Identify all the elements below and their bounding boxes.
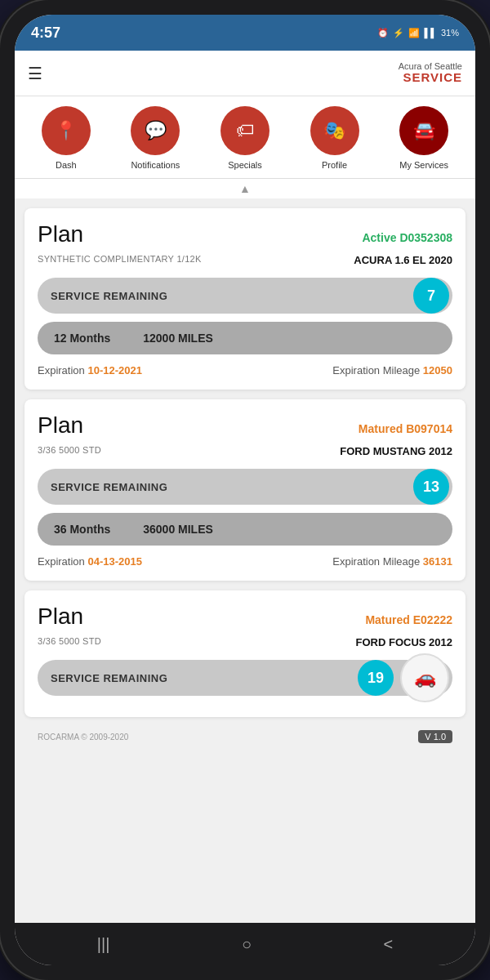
plan-2-service-count: 13 (413, 469, 449, 505)
plan-2-exp-label: Expiration 04-13-2015 (38, 555, 142, 568)
footer-copyright: ROCARMA © 2009-2020 (38, 733, 128, 742)
nav-specials[interactable]: 🏷 Specials (220, 106, 270, 170)
plan-card-2: Plan Matured B097014 3/36 5000 STD FORD … (24, 399, 466, 581)
nav-profile[interactable]: 🎭 Profile (310, 106, 359, 170)
plan-2-duration: 36 Months 36000 MILES (38, 513, 452, 546)
notifications-icon: 💬 (145, 120, 167, 141)
battery-label: 31% (441, 28, 459, 38)
plan-2-service-remaining: SERVICE REMAINING 13 (38, 469, 452, 505)
plan-2-mileage-label: Expiration Mileage 36131 (332, 555, 452, 568)
plan-2-title: Plan (38, 412, 83, 439)
plan-2-months: 36 Months (54, 523, 110, 536)
dash-icon-circle: 📍 (42, 106, 91, 155)
plan-3-title: Plan (38, 604, 83, 630)
alarm-icon: ⏰ (377, 28, 389, 38)
notifications-label: Notifications (131, 160, 180, 170)
status-icons: ⏰ ⚡ 📶 ▌▌ 31% (377, 28, 459, 38)
dash-label: Dash (56, 160, 77, 170)
plan-1-service-remaining: SERVICE REMAINING 7 (38, 278, 452, 314)
profile-icon: 🎭 (323, 120, 345, 141)
myservices-label: My Services (399, 160, 448, 170)
plan-3-vehicle: FORD FOCUS 2012 (356, 636, 452, 648)
plan-3-service-count: 19 (358, 660, 394, 696)
myservices-icon: 🚘 (413, 120, 435, 141)
home-bar: ||| ○ < (15, 923, 475, 965)
plan-2-service-label: SERVICE REMAINING (51, 481, 413, 493)
signal-icon: ▌▌ (424, 28, 437, 38)
dash-icon: 📍 (55, 120, 77, 141)
plan-3-car-icon: 🚗 (400, 653, 449, 702)
nav-icons-bar: 📍 Dash 💬 Notifications 🏷 Specials 🎭 (15, 96, 475, 179)
plan-1-title: Plan (38, 221, 83, 247)
nav-myservices[interactable]: 🚘 My Services (399, 106, 448, 170)
main-content: Plan Active D0352308 SYNTHETIC COMPLIMEN… (15, 198, 475, 923)
plan-2-exp-date: 04-13-2015 (87, 555, 142, 568)
notifications-icon-circle: 💬 (131, 106, 180, 155)
plan-2-vehicle: FORD MUSTANG 2012 (340, 445, 452, 457)
plan-2-miles: 36000 MILES (143, 523, 213, 536)
specials-label: Specials (228, 160, 262, 170)
chevron-up-icon: ▲ (15, 179, 475, 198)
profile-icon-circle: 🎭 (310, 106, 359, 155)
plan-2-type: 3/36 5000 STD (38, 445, 101, 457)
plan-2-exp-mileage: 36131 (423, 555, 452, 568)
plan-card-1-header: Plan Active D0352308 (38, 221, 452, 247)
myservices-icon-circle: 🚘 (399, 106, 448, 155)
footer-version: V 1.0 (418, 730, 452, 743)
phone-screen: 4:57 ⏰ ⚡ 📶 ▌▌ 31% ☰ Acura of Seattle SER… (15, 15, 475, 965)
plan-card-3: Plan Matured E02222 3/36 5000 STD FORD F… (24, 590, 466, 717)
nav-notifications[interactable]: 💬 Notifications (131, 106, 180, 170)
plan-3-service-remaining: SERVICE REMAINING 19 🚗 (38, 660, 452, 696)
plan-3-subtitle: 3/36 5000 STD FORD FOCUS 2012 (38, 636, 452, 648)
plan-1-duration: 12 Months 12000 MILES (38, 322, 452, 354)
status-time: 4:57 (31, 24, 60, 42)
home-button[interactable]: ○ (242, 935, 252, 954)
plan-3-status: Matured E02222 (365, 613, 452, 626)
plan-2-expiration: Expiration 04-13-2015 Expiration Mileage… (38, 555, 452, 568)
nav-dash[interactable]: 📍 Dash (42, 106, 91, 170)
plan-1-miles: 12000 MILES (143, 332, 213, 345)
phone-device: 4:57 ⏰ ⚡ 📶 ▌▌ 31% ☰ Acura of Seattle SER… (0, 0, 490, 980)
bluetooth-icon: ⚡ (393, 28, 404, 38)
plan-1-expiration: Expiration 10-12-2021 Expiration Mileage… (38, 364, 452, 376)
brand-logo: Acura of Seattle SERVICE (399, 61, 462, 85)
plan-1-service-count: 7 (413, 278, 449, 314)
plan-1-months: 12 Months (54, 332, 110, 345)
wifi-icon: 📶 (408, 28, 420, 38)
recent-apps-button[interactable]: ||| (97, 935, 110, 954)
plan-1-exp-label: Expiration 10-12-2021 (38, 364, 142, 376)
back-button[interactable]: < (384, 935, 394, 954)
plan-1-subtitle: SYNTHETIC COMPLIMENTARY 1/12K ACURA 1.6 … (38, 254, 452, 266)
plan-1-status: Active D0352308 (362, 231, 452, 244)
specials-icon: 🏷 (236, 120, 254, 141)
plan-card-1: Plan Active D0352308 SYNTHETIC COMPLIMEN… (24, 208, 466, 390)
plan-1-vehicle: ACURA 1.6 EL 2020 (354, 254, 452, 266)
plan-card-3-header: Plan Matured E02222 (38, 604, 452, 630)
top-nav: ☰ Acura of Seattle SERVICE (15, 51, 475, 96)
plan-1-mileage-label: Expiration Mileage 12050 (332, 364, 452, 376)
plan-1-exp-mileage: 12050 (423, 364, 452, 376)
menu-button[interactable]: ☰ (28, 64, 42, 83)
plan-2-status: Matured B097014 (359, 422, 452, 435)
app-footer: ROCARMA © 2009-2020 V 1.0 (24, 727, 466, 750)
status-bar: 4:57 ⏰ ⚡ 📶 ▌▌ 31% (15, 15, 475, 51)
plan-1-type: SYNTHETIC COMPLIMENTARY 1/12K (38, 254, 202, 266)
plan-3-type: 3/36 5000 STD (38, 636, 101, 648)
plan-1-exp-date: 10-12-2021 (87, 364, 142, 376)
plan-1-service-label: SERVICE REMAINING (51, 290, 413, 302)
brand-bottom-text: SERVICE (399, 71, 462, 85)
plan-3-service-label: SERVICE REMAINING (51, 672, 358, 684)
specials-icon-circle: 🏷 (220, 106, 270, 155)
profile-label: Profile (322, 160, 347, 170)
plan-2-subtitle: 3/36 5000 STD FORD MUSTANG 2012 (38, 445, 452, 457)
plan-card-2-header: Plan Matured B097014 (38, 412, 452, 439)
